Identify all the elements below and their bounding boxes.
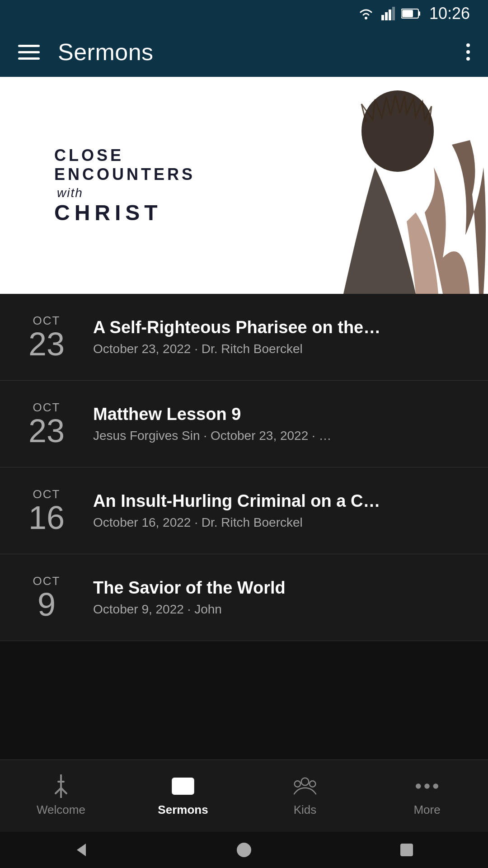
back-button[interactable]	[68, 836, 95, 863]
nav-item-kids[interactable]: Kids	[244, 760, 366, 832]
page-title: Sermons	[58, 38, 448, 66]
svg-point-16	[295, 781, 300, 787]
nav-item-welcome[interactable]: Welcome	[0, 760, 122, 832]
nav-label-kids: Kids	[294, 803, 317, 817]
more-icon	[416, 775, 438, 797]
battery-icon	[401, 8, 421, 19]
sermon-date: OCT 9	[22, 574, 71, 621]
svg-rect-7	[402, 10, 413, 17]
hero-banner[interactable]: CLOSE ENCOUNTERS with CHRIST	[0, 77, 488, 294]
sermon-day-0: 23	[22, 328, 71, 360]
sermon-meta-0: October 23, 2022 · Dr. Ritch Boerckel	[93, 342, 466, 356]
svg-rect-1	[381, 15, 384, 20]
nav-label-welcome: Welcome	[37, 803, 85, 817]
svg-point-23	[237, 843, 251, 857]
sermon-item[interactable]: OCT 23 A Self-Righteous Pharisee on the……	[0, 294, 488, 381]
hero-line1: CLOSE	[54, 146, 195, 165]
hero-figure	[262, 77, 488, 294]
sermon-title-1: Matthew Lesson 9	[93, 405, 466, 424]
status-icons	[357, 7, 421, 20]
bottom-navigation: Welcome Sermons Kids	[0, 760, 488, 832]
svg-point-0	[365, 17, 367, 19]
sermon-date: OCT 23	[22, 314, 71, 360]
wifi-icon	[357, 7, 375, 20]
sermon-list: OCT 23 A Self-Righteous Pharisee on the……	[0, 294, 488, 641]
sermon-info: Matthew Lesson 9 Jesus Forgives Sin · Oc…	[93, 405, 466, 443]
signal-icon	[381, 7, 395, 20]
sermon-date: OCT 16	[22, 487, 71, 534]
recents-button[interactable]	[393, 836, 420, 863]
more-options-button[interactable]	[466, 43, 470, 61]
sermon-info: A Self-Righteous Pharisee on the… Octobe…	[93, 318, 466, 356]
status-bar: 10:26	[0, 0, 488, 27]
sermon-title-0: A Self-Righteous Pharisee on the…	[93, 318, 466, 337]
svg-rect-24	[400, 844, 413, 856]
sermon-day-2: 16	[22, 501, 71, 534]
sermon-day-1: 23	[22, 415, 71, 447]
welcome-icon	[50, 775, 72, 797]
sermon-item[interactable]: OCT 23 Matthew Lesson 9 Jesus Forgives S…	[0, 381, 488, 467]
sermon-meta-1: Jesus Forgives Sin · October 23, 2022 · …	[93, 429, 466, 443]
svg-point-19	[416, 783, 421, 789]
status-time: 10:26	[429, 4, 470, 23]
svg-rect-3	[389, 9, 391, 20]
sermon-item[interactable]: OCT 9 The Savior of the World October 9,…	[0, 554, 488, 641]
sermon-title-2: An Insult-Hurling Criminal on a C…	[93, 491, 466, 511]
sermon-meta-3: October 9, 2022 · John	[93, 602, 466, 617]
svg-point-21	[433, 783, 438, 789]
system-nav-bar: .bottom-nav { bottom: 80px; } .bottom-sp…	[0, 832, 488, 868]
home-button[interactable]	[230, 836, 258, 863]
sermon-title-3: The Savior of the World	[93, 578, 466, 598]
svg-marker-22	[77, 844, 86, 856]
hero-line4: CHRIST	[54, 200, 195, 225]
nav-item-more[interactable]: More	[366, 760, 488, 832]
svg-rect-4	[392, 7, 395, 20]
sermon-day-3: 9	[22, 588, 71, 621]
nav-label-more: More	[413, 803, 440, 817]
hero-line3: with	[57, 186, 195, 200]
app-toolbar: Sermons	[0, 27, 488, 77]
svg-point-17	[301, 778, 309, 786]
hero-line2: ENCOUNTERS	[54, 165, 195, 184]
svg-point-20	[424, 783, 430, 789]
sermon-item[interactable]: OCT 16 An Insult-Hurling Criminal on a C…	[0, 467, 488, 554]
hero-text: CLOSE ENCOUNTERS with CHRIST	[54, 146, 195, 225]
sermon-info: The Savior of the World October 9, 2022 …	[93, 578, 466, 617]
menu-button[interactable]	[18, 45, 40, 60]
svg-rect-2	[385, 12, 388, 20]
nav-label-sermons: Sermons	[158, 803, 208, 817]
svg-rect-6	[418, 11, 420, 16]
sermon-info: An Insult-Hurling Criminal on a C… Octob…	[93, 491, 466, 530]
kids-icon	[294, 775, 316, 797]
svg-point-18	[310, 781, 315, 787]
nav-item-sermons[interactable]: Sermons	[122, 760, 244, 832]
sermons-icon	[172, 775, 194, 797]
sermon-meta-2: October 16, 2022 · Dr. Ritch Boerckel	[93, 515, 466, 530]
sermon-date: OCT 23	[22, 401, 71, 447]
